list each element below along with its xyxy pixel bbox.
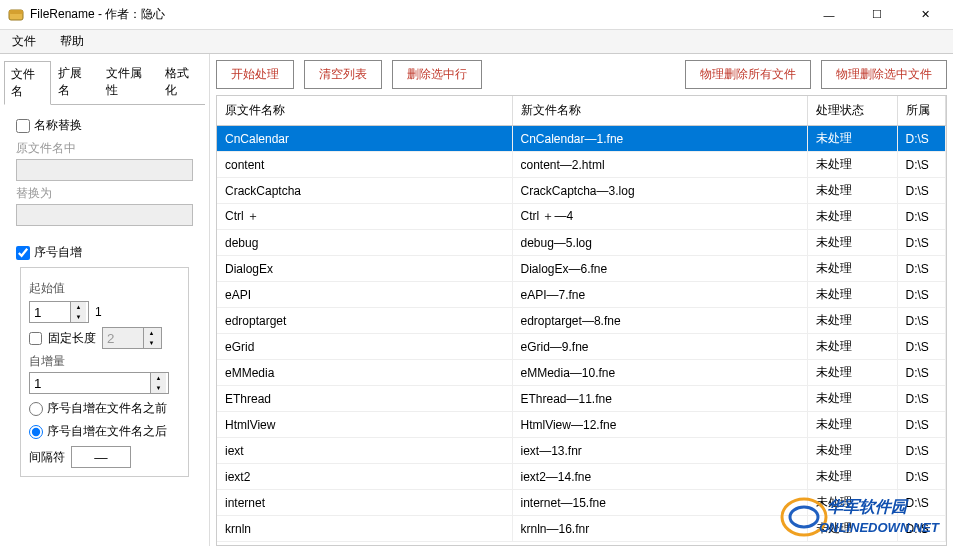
cell-status: 未处理 — [807, 126, 897, 152]
table-row[interactable]: CrackCaptchaCrackCaptcha—3.log未处理D:\S — [217, 178, 946, 204]
cell-new: eGrid—9.fne — [512, 334, 807, 360]
cell-new: Ctrl ＋—4 — [512, 204, 807, 230]
cell-original: EThread — [217, 386, 512, 412]
sequence-checkbox-label: 序号自增 — [34, 244, 82, 261]
cell-path: D:\S — [897, 464, 946, 490]
cell-path: D:\S — [897, 178, 946, 204]
cell-original: debug — [217, 230, 512, 256]
tab-attributes[interactable]: 文件属性 — [99, 60, 158, 104]
table-row[interactable]: CnCalendarCnCalendar—1.fne未处理D:\S — [217, 126, 946, 152]
menu-help[interactable]: 帮助 — [56, 31, 88, 52]
cell-path: D:\S — [897, 438, 946, 464]
cell-original: eGrid — [217, 334, 512, 360]
cell-status: 未处理 — [807, 178, 897, 204]
cell-path: D:\S — [897, 126, 946, 152]
separator-input[interactable] — [71, 446, 131, 468]
cell-path: D:\S — [897, 204, 946, 230]
cell-original: internet — [217, 490, 512, 516]
cell-status: 未处理 — [807, 334, 897, 360]
cell-path: D:\S — [897, 360, 946, 386]
tab-extension[interactable]: 扩展名 — [51, 60, 98, 104]
radio-after[interactable] — [29, 425, 43, 439]
fixed-length-up: ▲ — [144, 328, 159, 338]
table-row[interactable]: internetinternet—15.fne未处理D:\S — [217, 490, 946, 516]
table-row[interactable]: iext2iext2—14.fne未处理D:\S — [217, 464, 946, 490]
cell-original: krnln — [217, 516, 512, 542]
cell-original: iext2 — [217, 464, 512, 490]
cell-path: D:\S — [897, 256, 946, 282]
table-row[interactable]: eAPIeAPI—7.fne未处理D:\S — [217, 282, 946, 308]
start-value-down[interactable]: ▼ — [71, 312, 86, 322]
replace-checkbox-label: 名称替换 — [34, 117, 82, 134]
table-row[interactable]: iextiext—13.fnr未处理D:\S — [217, 438, 946, 464]
fixed-length-checkbox[interactable] — [29, 332, 42, 345]
cell-original: eMMedia — [217, 360, 512, 386]
delete-selected-physical-button[interactable]: 物理删除选中文件 — [821, 60, 947, 89]
col-header-original[interactable]: 原文件名称 — [217, 96, 512, 126]
table-row[interactable]: EThreadEThread—11.fne未处理D:\S — [217, 386, 946, 412]
cell-status: 未处理 — [807, 386, 897, 412]
start-value-up[interactable]: ▲ — [71, 302, 86, 312]
table-row[interactable]: Ctrl ＋Ctrl ＋—4未处理D:\S — [217, 204, 946, 230]
increment-up[interactable]: ▲ — [151, 373, 166, 383]
col-header-path[interactable]: 所属 — [897, 96, 946, 126]
col-header-new[interactable]: 新文件名称 — [512, 96, 807, 126]
start-value-spinner[interactable]: ▲ ▼ — [29, 301, 89, 323]
col-header-status[interactable]: 处理状态 — [807, 96, 897, 126]
clear-button[interactable]: 清空列表 — [304, 60, 382, 89]
cell-original: edroptarget — [217, 308, 512, 334]
close-button[interactable]: ✕ — [905, 3, 945, 27]
table-row[interactable]: contentcontent—2.html未处理D:\S — [217, 152, 946, 178]
cell-path: D:\S — [897, 334, 946, 360]
fixed-length-spinner[interactable]: ▲ ▼ — [102, 327, 162, 349]
table-row[interactable]: eMMediaeMMedia—10.fne未处理D:\S — [217, 360, 946, 386]
cell-original: content — [217, 152, 512, 178]
delete-all-physical-button[interactable]: 物理删除所有文件 — [685, 60, 811, 89]
cell-new: HtmlView—12.fne — [512, 412, 807, 438]
table-row[interactable]: edroptargetedroptarget—8.fne未处理D:\S — [217, 308, 946, 334]
cell-new: DialogEx—6.fne — [512, 256, 807, 282]
increment-input[interactable] — [30, 373, 150, 393]
minimize-button[interactable]: — — [809, 3, 849, 27]
start-button[interactable]: 开始处理 — [216, 60, 294, 89]
radio-after-label: 序号自增在文件名之后 — [47, 423, 167, 440]
replace-checkbox[interactable] — [16, 119, 30, 133]
table-row[interactable]: krnlnkrnln—16.fnr未处理D:\S — [217, 516, 946, 542]
cell-original: CrackCaptcha — [217, 178, 512, 204]
menu-file[interactable]: 文件 — [8, 31, 40, 52]
maximize-button[interactable]: ☐ — [857, 3, 897, 27]
start-value-input[interactable] — [30, 302, 70, 322]
cell-status: 未处理 — [807, 516, 897, 542]
cell-status: 未处理 — [807, 256, 897, 282]
cell-status: 未处理 — [807, 282, 897, 308]
table-row[interactable]: eGrideGrid—9.fne未处理D:\S — [217, 334, 946, 360]
cell-original: iext — [217, 438, 512, 464]
cell-status: 未处理 — [807, 412, 897, 438]
cell-status: 未处理 — [807, 438, 897, 464]
cell-path: D:\S — [897, 282, 946, 308]
cell-new: internet—15.fne — [512, 490, 807, 516]
tab-format[interactable]: 格式化 — [158, 60, 205, 104]
window-title: FileRename - 作者：隐心 — [30, 6, 809, 23]
cell-path: D:\S — [897, 230, 946, 256]
cell-path: D:\S — [897, 152, 946, 178]
increment-down[interactable]: ▼ — [151, 383, 166, 393]
original-text-label: 原文件名中 — [16, 140, 193, 157]
cell-status: 未处理 — [807, 152, 897, 178]
sequence-checkbox[interactable] — [16, 246, 30, 260]
original-text-input[interactable] — [16, 159, 193, 181]
cell-new: CrackCaptcha—3.log — [512, 178, 807, 204]
table-row[interactable]: debugdebug—5.log未处理D:\S — [217, 230, 946, 256]
tab-filename[interactable]: 文件名 — [4, 61, 51, 105]
increment-spinner[interactable]: ▲ ▼ — [29, 372, 169, 394]
table-row[interactable]: DialogExDialogEx—6.fne未处理D:\S — [217, 256, 946, 282]
replace-text-input[interactable] — [16, 204, 193, 226]
cell-new: edroptarget—8.fne — [512, 308, 807, 334]
cell-original: HtmlView — [217, 412, 512, 438]
radio-before[interactable] — [29, 402, 43, 416]
delete-selected-button[interactable]: 删除选中行 — [392, 60, 482, 89]
cell-path: D:\S — [897, 516, 946, 542]
table-row[interactable]: HtmlViewHtmlView—12.fne未处理D:\S — [217, 412, 946, 438]
cell-status: 未处理 — [807, 360, 897, 386]
svg-rect-1 — [9, 10, 23, 14]
